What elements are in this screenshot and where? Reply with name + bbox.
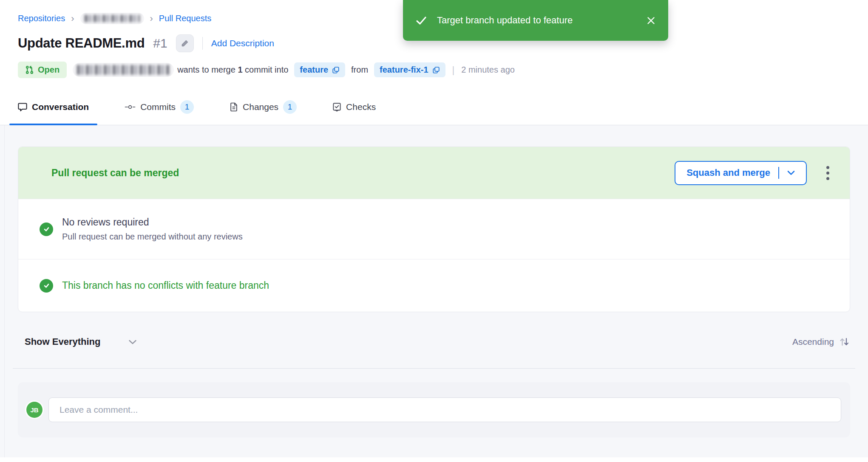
check-circle-icon xyxy=(40,279,53,293)
pr-tabbar: Conversation Commits 1 Changes 1 xyxy=(0,100,868,125)
check-title: This branch has no conflicts with featur… xyxy=(62,280,269,291)
merge-status-card: Pull request can be merged Squash and me… xyxy=(18,146,850,312)
filter-dropdown[interactable]: Show Everything xyxy=(25,336,137,347)
button-divider xyxy=(778,167,779,179)
from-label: from xyxy=(351,65,368,75)
target-branch-label: feature xyxy=(300,65,328,75)
commits-count-badge: 1 xyxy=(180,100,194,114)
sort-arrows-icon xyxy=(838,336,850,348)
edit-title-button[interactable] xyxy=(176,34,194,52)
pencil-icon xyxy=(181,39,189,48)
check-row-reviews: No reviews required Pull request can be … xyxy=(18,199,850,259)
check-icon xyxy=(415,14,428,27)
status-badge-label: Open xyxy=(38,65,60,75)
copy-icon[interactable] xyxy=(332,66,340,74)
tab-label: Conversation xyxy=(32,102,89,112)
chevron-down-icon[interactable] xyxy=(787,170,795,175)
page-title: Update README.md xyxy=(18,36,145,51)
comment-input[interactable] xyxy=(48,397,841,422)
merge-status-title: Pull request can be merged xyxy=(51,167,179,179)
copy-icon[interactable] xyxy=(432,66,440,74)
filter-dropdown-label: Show Everything xyxy=(25,336,100,347)
changes-count-badge: 1 xyxy=(283,100,297,114)
tab-label: Checks xyxy=(346,102,376,112)
merge-sentence: wants to merge 1 commit into xyxy=(177,65,288,75)
tab-conversation[interactable]: Conversation xyxy=(9,100,97,125)
toast-message: Target branch updated to feature xyxy=(437,15,634,26)
section-divider xyxy=(13,368,855,369)
file-icon xyxy=(230,102,238,112)
status-badge: Open xyxy=(18,62,67,78)
source-branch-chip[interactable]: feature-fix-1 xyxy=(374,62,445,77)
commit-icon xyxy=(125,103,136,111)
breadcrumb-repo-redacted[interactable] xyxy=(80,13,144,24)
more-options-button[interactable] xyxy=(824,163,832,183)
title-divider xyxy=(202,37,203,50)
add-description-link[interactable]: Add Description xyxy=(211,38,274,48)
breadcrumb-separator: › xyxy=(71,13,74,24)
squash-and-merge-button[interactable]: Squash and merge xyxy=(675,161,807,185)
commit-count: 1 xyxy=(238,65,242,74)
conversation-icon xyxy=(18,102,27,112)
tab-label: Changes xyxy=(243,102,278,112)
comment-composer: JB xyxy=(18,382,850,437)
check-circle-icon xyxy=(40,223,53,236)
tab-changes[interactable]: Changes 1 xyxy=(221,100,305,125)
breadcrumb-pull-requests-link[interactable]: Pull Requests xyxy=(159,14,211,23)
check-title: No reviews required xyxy=(62,217,243,228)
status-pipe-divider: | xyxy=(452,65,455,76)
breadcrumb-separator: › xyxy=(150,13,153,24)
author-name-redacted xyxy=(73,63,174,77)
chevron-down-icon xyxy=(128,339,137,345)
checks-icon xyxy=(332,102,341,112)
tab-commits[interactable]: Commits 1 xyxy=(116,100,202,125)
pr-timestamp: 2 minutes ago xyxy=(461,65,515,75)
pr-number: #1 xyxy=(153,36,167,51)
squash-and-merge-label: Squash and merge xyxy=(686,167,770,178)
sort-order-control[interactable]: Ascending xyxy=(792,336,850,348)
check-row-conflicts: This branch has no conflicts with featur… xyxy=(18,259,850,312)
close-icon[interactable] xyxy=(644,13,658,28)
sort-order-label: Ascending xyxy=(792,337,834,347)
conversation-panel: Pull request can be merged Squash and me… xyxy=(0,125,868,457)
toast-notification: Target branch updated to feature xyxy=(403,0,668,41)
target-branch-chip[interactable]: feature xyxy=(294,62,345,77)
source-branch-label: feature-fix-1 xyxy=(380,65,428,75)
tab-label: Commits xyxy=(140,102,176,112)
tab-checks[interactable]: Checks xyxy=(324,100,384,125)
avatar: JB xyxy=(26,402,43,418)
git-pull-request-icon xyxy=(25,65,34,74)
breadcrumb-repositories-link[interactable]: Repositories xyxy=(18,14,65,23)
check-subtitle: Pull request can be merged without any r… xyxy=(62,232,243,242)
